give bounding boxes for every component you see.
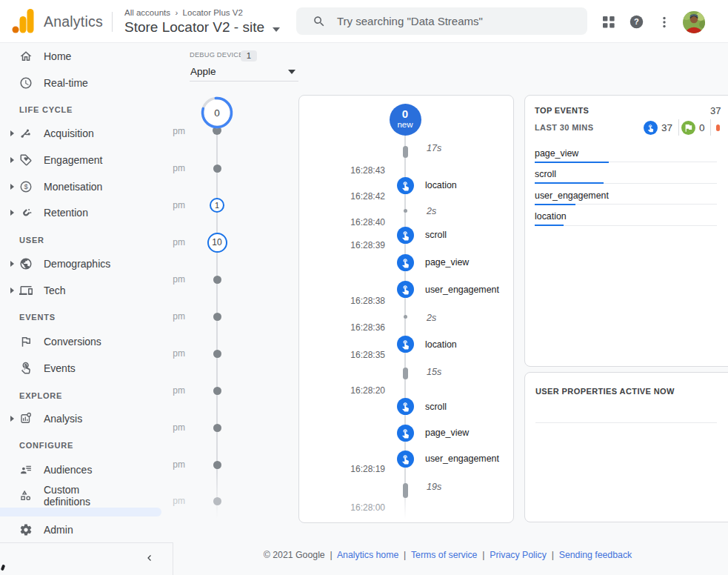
svg-text:?: ? xyxy=(634,17,639,26)
svg-text:0: 0 xyxy=(214,107,220,119)
svg-text:$: $ xyxy=(24,183,28,190)
